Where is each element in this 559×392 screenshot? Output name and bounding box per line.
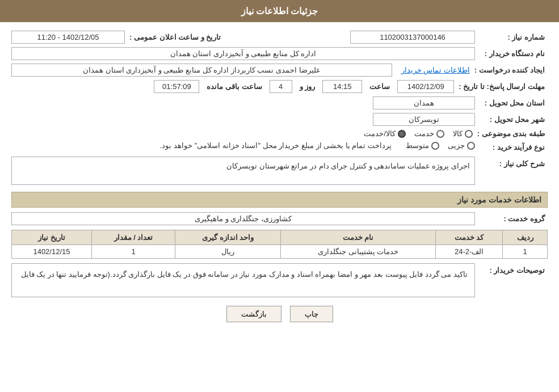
saat-label: ساعت bbox=[369, 82, 390, 91]
tawzih-row: توصیحات خریدار : تاکید می گردد فایل پیوس… bbox=[11, 263, 548, 297]
proc-motavasset-circle bbox=[431, 142, 439, 150]
ijad-konande-row: ایجاد کننده درخواست : اطلاعات تماس خریدا… bbox=[11, 64, 548, 77]
baghimande-label: ساعت باقی مانده bbox=[207, 82, 262, 91]
shomare-niaz-value: 1102003137000146 bbox=[350, 31, 475, 44]
radio-kala-khadamat-circle bbox=[398, 130, 406, 138]
row-kod: الف-2-24 bbox=[436, 245, 503, 259]
mohlat-ersal-row: مهلت ارسال پاسخ: تا تاریخ : 1402/12/09 س… bbox=[11, 80, 548, 93]
proc-jazzi: جزیی bbox=[448, 141, 475, 150]
col-tedad: تعداد / مقدار bbox=[91, 230, 175, 245]
ostan-row: استان محل تحویل : همدان bbox=[11, 96, 548, 109]
roz-value: 4 bbox=[270, 80, 292, 93]
button-row: چاپ بازگشت bbox=[11, 306, 548, 322]
row-tarikh: 1402/12/15 bbox=[12, 245, 92, 259]
tawzih-label: توصیحات خریدار : bbox=[480, 263, 548, 275]
shahr-row: شهر محل تحویل : تویسرکان bbox=[11, 113, 548, 126]
radio-kala-circle bbox=[465, 130, 473, 138]
tarikh-ilan-label: تاریخ و ساعت اعلان عمومی : bbox=[129, 33, 221, 41]
shahr-value: تویسرکان bbox=[373, 113, 475, 126]
sharh-koli-row: شرح کلی نیاز : اجرای پروژه عملیات ساماند… bbox=[11, 157, 548, 185]
table-row: 1 الف-2-24 خدمات پشتیبانی جنگلداری ریال … bbox=[12, 245, 548, 259]
col-kod: کد خدمت bbox=[436, 230, 503, 245]
proc-motavasset-label: متوسط bbox=[406, 141, 429, 150]
ijad-konande-value: علیرضا احمدی نسب کاربرداز اداره کل منابع… bbox=[11, 64, 392, 77]
shahr-label: شهر محل تحویل : bbox=[480, 115, 548, 124]
name-dasgah-value: اداره کل منابع طبیعی و آبخیزداری استان ه… bbox=[11, 47, 475, 60]
goroh-khadamat-value: کشاورزی، جنگلداری و ماهیگیری bbox=[11, 212, 475, 225]
ostan-value: همدان bbox=[373, 96, 475, 109]
radio-kala: کالا bbox=[453, 129, 473, 138]
farayand-label: نوع فرآیند خرید : bbox=[480, 143, 548, 151]
chap-button[interactable]: چاپ bbox=[290, 306, 333, 322]
radio-khadamat-circle bbox=[436, 130, 444, 138]
tawzih-value: تاکید می گردد فایل پیوست بعد مهر و امضا … bbox=[11, 263, 475, 297]
ostan-label: استان محل تحویل : bbox=[480, 99, 548, 107]
page-header: جزئیات اطلاعات نیاز bbox=[0, 0, 559, 22]
col-tarikh: تاریخ نیاز bbox=[12, 230, 92, 245]
row-radif: 1 bbox=[503, 245, 548, 259]
row-vahed: ریال bbox=[175, 245, 281, 259]
tarikh-ilan-value: 1402/12/05 - 11:20 bbox=[11, 31, 125, 44]
proc-options: جزیی متوسط پرداخت تمام یا بخشی از مبلغ خ… bbox=[160, 141, 475, 150]
row-name: خدمات پشتیبانی جنگلداری bbox=[281, 245, 436, 259]
radio-khadamat: خدمت bbox=[414, 129, 444, 138]
col-name: نام خدمت bbox=[281, 230, 436, 245]
goroh-khadamat-label: گروه خدمت : bbox=[480, 214, 548, 223]
ettelaat-tamas-link[interactable]: اطلاعات تماس خریدار bbox=[401, 66, 470, 74]
farayand-row: نوع فرآیند خرید : جزیی متوسط پرداخت تمام… bbox=[11, 141, 548, 153]
tabaqe-label: طبقه بندی موضوعی : bbox=[477, 129, 548, 138]
saat-value: 14:15 bbox=[322, 80, 362, 93]
tabaqe-row: طبقه بندی موضوعی : کالا خدمت کالا/خدمت bbox=[11, 129, 548, 138]
baghimande-value: 01:57:09 bbox=[154, 80, 199, 93]
shomare-niaz-row: شماره نیاز : 1102003137000146 تاریخ و سا… bbox=[11, 31, 548, 44]
name-dasgah-row: نام دستگاه خریدار : اداره کل منابع طبیعی… bbox=[11, 47, 548, 60]
goroh-khadamat-row: گروه خدمت : کشاورزی، جنگلداری و ماهیگیری bbox=[11, 212, 548, 225]
proc-jazzi-label: جزیی bbox=[448, 141, 465, 150]
tabaqe-radio-group: کالا خدمت کالا/خدمت bbox=[11, 129, 473, 138]
tarikh-mohlat-value: 1402/12/09 bbox=[397, 80, 454, 93]
roz-label: روز و bbox=[300, 82, 316, 91]
radio-kala-label: کالا bbox=[453, 129, 463, 138]
sharh-koli-value: اجرای پروژه عملیات ساماندهی و کنترل جرای… bbox=[11, 157, 475, 185]
page-container: جزئیات اطلاعات نیاز شماره نیاز : 1102003… bbox=[0, 0, 559, 392]
service-table: ردیف کد خدمت نام خدمت واحد اندازه گیری ت… bbox=[11, 230, 548, 259]
pardakht-text: پرداخت تمام یا بخشی از مبلغ خریدار محل "… bbox=[160, 141, 392, 150]
proc-jazzi-circle bbox=[467, 142, 475, 150]
mohlat-ersal-label: مهلت ارسال پاسخ: تا تاریخ : bbox=[459, 82, 548, 91]
ettelaat-khadamat-title: اطلاعات خدمات مورد نیاز bbox=[11, 192, 548, 208]
name-dasgah-label: نام دستگاه خریدار : bbox=[480, 49, 548, 58]
sharh-koli-label: شرح کلی نیاز : bbox=[480, 157, 548, 168]
ijad-konande-label: ایجاد کننده درخواست : bbox=[474, 66, 548, 74]
row-tedad: 1 bbox=[91, 245, 175, 259]
col-radif: ردیف bbox=[503, 230, 548, 245]
radio-khadamat-label: خدمت bbox=[414, 129, 434, 138]
col-vahed: واحد اندازه گیری bbox=[175, 230, 281, 245]
page-title: جزئیات اطلاعات نیاز bbox=[241, 6, 318, 16]
radio-kala-khadamat-label: کالا/خدمت bbox=[364, 129, 396, 138]
bazgasht-button[interactable]: بازگشت bbox=[226, 306, 281, 322]
shomare-niaz-label: شماره نیاز : bbox=[480, 33, 548, 41]
main-content: شماره نیاز : 1102003137000146 تاریخ و سا… bbox=[0, 22, 559, 339]
radio-kala-khadamat: کالا/خدمت bbox=[364, 129, 406, 138]
proc-motavasset: متوسط bbox=[406, 141, 439, 150]
